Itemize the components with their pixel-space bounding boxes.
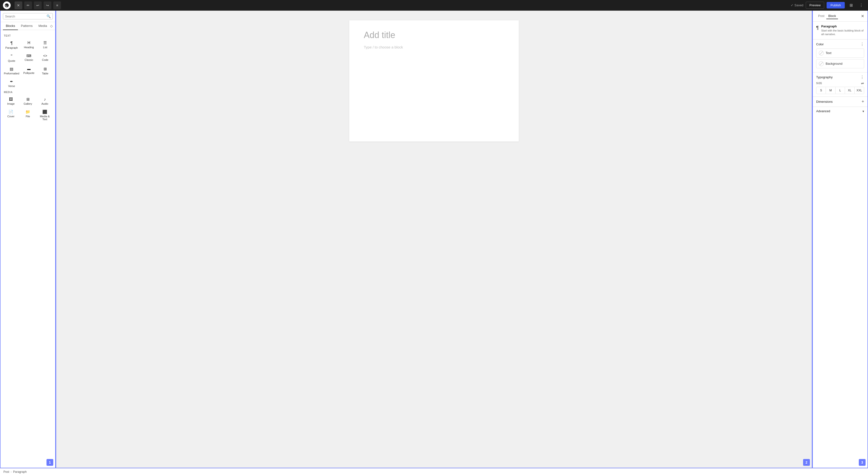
tab-patterns[interactable]: Patterns [18,22,35,30]
file-icon: 📁 [25,110,30,114]
gallery-icon: ⊞ [26,97,30,101]
tab-media[interactable]: Media [36,22,50,30]
close-button[interactable]: ✕ [14,1,22,9]
text-blocks-grid: ¶ Paragraph H Heading ☰ List " Quote [3,38,53,89]
breadcrumb-post[interactable]: Post [3,470,9,474]
search-icon: 🔍 [46,14,51,18]
typography-more-button[interactable]: ⋮ [860,75,864,80]
more-options-button[interactable]: ⋮ [857,1,865,9]
top-toolbar: ✕ ✏ ↩ ↪ ≡ ✓ Saved Preview Publish ⊞ ⋮ [0,0,868,11]
text-color-option[interactable]: Text [816,49,864,58]
background-color-option[interactable]: Background [816,59,864,68]
size-xl-button[interactable]: XL [845,87,855,94]
dimensions-add-button[interactable]: + [862,99,864,104]
block-pullquote[interactable]: ▬ Pullquote [21,65,37,76]
block-preformatted[interactable]: ▤ Preformatted [3,65,20,76]
list-view-button[interactable]: ≡ [53,1,61,9]
bookmark-icon[interactable]: ◇ [50,24,53,28]
block-table[interactable]: ⊞ Table [37,65,53,76]
tabs-row: Blocks Patterns Media ◇ [0,22,55,30]
pullquote-icon: ▬ [27,67,31,70]
toolbar-left: ✕ ✏ ↩ ↪ ≡ [3,1,791,9]
block-heading[interactable]: H Heading [21,38,37,51]
block-audio[interactable]: ♪ Audio [37,95,53,107]
panel-number-3: 3 [859,459,866,466]
background-color-circle [819,61,824,66]
typography-section-title: Typography [816,76,860,79]
close-icon: ✕ [861,14,864,18]
size-m-button[interactable]: M [826,87,835,94]
block-image[interactable]: 🖼 Image [3,95,19,107]
filter-icon[interactable]: ⇌ [861,82,864,85]
media-blocks-grid: 🖼 Image ⊞ Gallery ♪ Audio 📄 Cover [3,95,53,122]
block-list[interactable]: ☰ List [37,38,53,51]
color-section-header: Color ⋮ [816,42,864,47]
size-l-button[interactable]: L [836,87,845,94]
editor-placeholder[interactable]: Type / to choose a block [364,45,504,49]
search-input-wrap[interactable]: 🔍 [3,13,53,20]
text-section-label: TEXT [4,34,53,37]
text-color-circle [819,51,824,56]
main-layout: 🔍 Blocks Patterns Media ◇ TEXT ¶ Paragra… [0,11,868,468]
block-info-title: Paragraph [821,25,864,28]
right-tab-block[interactable]: Block [826,13,838,19]
block-media-text[interactable]: ⬛ Media & Text [37,108,53,122]
checkmark-icon: ✓ [791,3,794,7]
publish-button[interactable]: Publish [827,2,845,8]
editor-canvas[interactable]: Add title Type / to choose a block [349,20,519,142]
search-input[interactable] [5,14,46,18]
block-gallery[interactable]: ⊞ Gallery [20,95,36,107]
cover-icon: 📄 [8,110,13,114]
canvas-area: Add title Type / to choose a block 2 [56,11,812,468]
wp-logo[interactable] [3,1,11,9]
right-panel-close-button[interactable]: ✕ [861,14,864,19]
quote-icon: " [11,54,12,58]
color-section: Color ⋮ Text Background [813,39,868,72]
block-info: ¶ Paragraph Start with the basic buildin… [813,22,868,39]
preview-button[interactable]: Preview [806,2,824,9]
no-color-slash-bg [819,62,823,65]
color-section-title: Color [816,42,860,46]
classic-icon: ⌨ [26,54,31,57]
breadcrumb-paragraph[interactable]: Paragraph [13,470,27,474]
advanced-title: Advanced [816,109,862,113]
settings-button[interactable]: ⊞ [847,1,855,9]
blocks-content: TEXT ¶ Paragraph H Heading ☰ List [0,30,55,468]
edit-button[interactable]: ✏ [24,1,32,9]
block-classic[interactable]: ⌨ Classic [21,52,37,64]
paragraph-icon: ¶ [10,41,13,45]
right-tab-post[interactable]: Post [816,13,826,19]
color-more-button[interactable]: ⋮ [860,42,864,47]
toolbar-right: ✓ Saved Preview Publish ⊞ ⋮ [791,1,865,9]
block-code[interactable]: <> Code [37,52,53,64]
size-s-button[interactable]: S [816,87,826,94]
block-quote[interactable]: " Quote [3,52,20,64]
pencil-icon: ✏ [27,3,30,7]
size-xxl-button[interactable]: XXL [855,87,864,94]
preformatted-icon: ▤ [10,67,13,71]
editor-title[interactable]: Add title [364,30,504,40]
block-verse[interactable]: ✒ Verse [3,77,20,89]
table-icon: ⊞ [43,67,47,71]
panel-number-1: 1 [46,459,53,466]
undo-button[interactable]: ↩ [34,1,42,9]
saved-status: ✓ Saved [791,3,803,7]
redo-button[interactable]: ↪ [43,1,51,9]
block-info-desc: Start with the basic building block of a… [821,29,864,36]
close-icon: ✕ [17,3,20,7]
block-cover[interactable]: 📄 Cover [3,108,19,122]
audio-icon: ♪ [44,97,46,101]
dimensions-row: Dimensions + [813,97,868,107]
typography-section-header: Typography ⋮ [816,75,864,80]
settings-icon: ⊞ [849,3,853,7]
status-bar: Post › Paragraph [0,468,868,475]
block-file[interactable]: 📁 File [20,108,36,122]
block-paragraph[interactable]: ¶ Paragraph [3,38,20,51]
typography-section: Typography ⋮ SIZE ⇌ S M L XL XXL [813,72,868,97]
media-text-icon: ⬛ [42,110,47,114]
tab-blocks[interactable]: Blocks [3,22,18,30]
no-color-slash [819,51,823,55]
advanced-chevron-button[interactable]: ▾ [862,109,864,113]
panel-number-2: 2 [803,459,810,466]
text-color-label: Text [826,51,831,55]
